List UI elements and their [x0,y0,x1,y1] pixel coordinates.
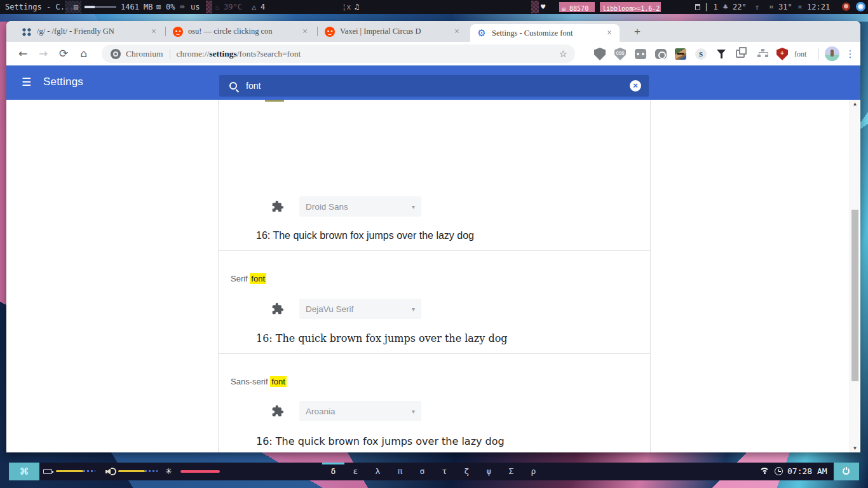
volume-level-bar[interactable] [118,470,145,472]
popout-extension-icon[interactable] [736,48,749,60]
tab-close-icon[interactable]: × [452,27,462,37]
weather-icon: ♣ [723,0,728,14]
workspace-lambda[interactable]: λ [367,463,389,480]
workspace-tau[interactable]: τ [433,463,456,480]
clock-glyph-icon: ¤ [797,0,802,14]
package-badge[interactable]: libbloom>=1.6-2 u... [600,2,661,12]
tab-vaxei[interactable]: Vaxei | Imperial Circus D × [318,21,467,42]
two-dots-extension-icon[interactable] [635,48,648,60]
filter-extension-icon[interactable] [715,48,728,60]
ublock-extension-icon[interactable] [594,48,607,60]
volume-remainder-bar[interactable] [145,470,158,472]
settings-menu-icon[interactable]: ☰ [22,76,31,88]
profile-avatar[interactable] [825,46,839,61]
workspace-zeta[interactable]: ζ [456,463,478,480]
stylus-extension-icon[interactable]: S [695,48,708,60]
back-button[interactable]: ← [15,42,31,65]
standard-font-dropdown[interactable]: Droid Sans ▾ [299,196,421,217]
serif-font-label: Serif font [231,274,266,283]
url-bar[interactable]: Chromium chrome://settings/fonts?search=… [102,44,575,63]
font-extension-label[interactable]: font [794,48,813,60]
wifi-icon[interactable] [759,468,770,476]
power-button[interactable] [834,463,859,480]
url-separator [170,49,170,59]
keyboard-layout: us [191,0,200,14]
url-host: settings [209,49,237,59]
package-notice: libbloom>=1.6-2 u... [602,5,661,12]
settings-search-box[interactable]: × [219,75,649,97]
tab-settings-active[interactable]: ⚙ Settings - Customize font × [470,24,620,42]
scroll-up-icon[interactable]: ▲ [850,101,860,107]
sans-serif-font-dropdown[interactable]: Aroania ▾ [299,401,421,421]
workspace-epsilon[interactable]: ε [344,463,367,480]
settings-content: Droid Sans ▾ 16: The quick brown fox jum… [6,100,860,452]
envelope-icon: ✉ [562,5,566,12]
scroll-down-icon[interactable]: ▼ [850,445,860,451]
up-arrow-icon: ⇧ [755,0,759,14]
tab-close-icon[interactable]: × [300,27,310,37]
page-scrollbar[interactable]: ▲ ▼ [850,100,859,452]
new-tab-button[interactable]: + [629,25,646,38]
workspace-rho[interactable]: ρ [522,463,545,480]
label-text: Serif [231,274,250,283]
therm-icon: ♨ [215,0,219,14]
serif-font-dropdown[interactable]: DejaVu Serif ▾ [299,299,421,319]
stylus-s-icon: S [695,48,707,60]
search-highlight: font [270,376,287,387]
clear-search-icon[interactable]: × [630,80,641,92]
mail-badge[interactable]: ✉ 88570 [559,2,595,12]
forward-button[interactable]: → [36,42,51,65]
workspace-delta[interactable]: δ [322,463,344,480]
tab-fglt[interactable]: /g/ - /fglt/ - Friendly GN × [15,21,164,42]
brightness-slider-handle[interactable] [85,6,95,8]
heart-icon: ♥ [541,0,545,14]
chromium-tray-icon[interactable] [856,2,865,11]
avatar-art-icon [675,48,686,60]
settings-header: ☰ Settings × [6,65,860,100]
home-button[interactable]: ⌂ [76,42,92,65]
pager-widget [65,1,81,13]
tab-close-icon[interactable]: × [149,27,159,37]
css-extension-icon[interactable]: CSS [614,48,627,60]
trash-count: | 1 [704,0,718,14]
scrollbar-thumb[interactable] [851,210,858,381]
workspace-pi[interactable]: π [389,463,411,480]
reddit-tray-icon[interactable] [842,3,850,11]
launcher-button[interactable]: ⌘ [9,463,39,480]
ring-icon [655,49,667,59]
redshield-extension-icon[interactable]: + [776,48,789,60]
puzzle-icon [271,200,284,213]
browser-menu-button[interactable]: ⋮ [844,46,857,62]
tab-title: Vaxei | Imperial Circus D [340,27,449,36]
tab-close-icon[interactable]: × [604,28,614,38]
section-divider [218,250,650,251]
reload-button[interactable]: ⟳ [56,42,71,65]
ring-extension-icon[interactable] [655,48,668,60]
avatar-extension-icon[interactable] [675,48,688,60]
workspace-psi[interactable]: ψ [478,463,500,480]
card-border-right [650,100,651,452]
workspace-sigma[interactable]: σ [411,463,433,480]
temp-high: 31° [778,0,792,14]
workspace-cap-sigma[interactable]: Σ [500,463,522,480]
standard-font-sample: 16: The quick brown fox jumps over the l… [256,230,474,241]
power-icon [843,468,850,475]
temp-now: 22° [733,0,747,14]
grid-icon: ▤ [74,0,78,14]
tab-title: /g/ - /fglt/ - Friendly GN [37,27,146,36]
tab-title: Settings - Customize font [492,29,602,38]
label-text: Sans-serif [231,377,270,386]
dropdown-value: Droid Sans [306,202,348,212]
tab-osu[interactable]: osu! — circle clicking con × [166,21,315,42]
tab-strip: /g/ - /fglt/ - Friendly GN × osu! — circ… [6,21,860,42]
tab-separator [317,27,318,36]
dropdown-value: DejaVu Serif [306,304,353,314]
url-path: /fonts?search=font [237,49,301,59]
reddit-favicon-icon [325,27,335,37]
trash-icon [695,4,700,10]
status-bar: Settings - C... ▤ 1461 MB ⊠ 0% ⌨ us ♨ 39… [0,0,868,14]
tab-separator [165,27,166,36]
sitetree-extension-icon[interactable] [756,48,769,60]
bookmark-star-icon[interactable]: ☆ [559,48,567,60]
settings-search-input[interactable] [246,81,630,91]
